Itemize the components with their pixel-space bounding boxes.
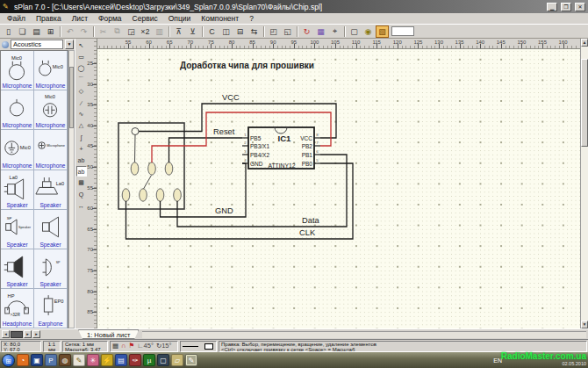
menu-item-3[interactable]: Форма (93, 13, 127, 24)
fill-style-preview[interactable] (204, 343, 213, 350)
tool-ellipse[interactable]: ◯ (76, 63, 87, 74)
vscrollbar-thumb[interactable] (581, 59, 588, 147)
tool-image[interactable]: ▩ (76, 177, 87, 188)
tool-text-box[interactable]: ab (76, 166, 87, 177)
pad[interactable] (156, 189, 164, 201)
close-button[interactable]: ✕ (575, 3, 585, 11)
tool-origin[interactable]: + (76, 143, 87, 154)
lib-nav-thumb[interactable] (11, 331, 23, 338)
rotate-free-button[interactable]: ↻ (300, 25, 313, 38)
align-button[interactable]: ⇆ (247, 25, 261, 38)
mirror-v-button[interactable]: ⊟ (233, 25, 247, 38)
library-scrollbar-thumb[interactable] (69, 67, 74, 128)
taskbar-poweriso[interactable]: P (45, 354, 57, 366)
status-flag-icon[interactable]: ⚑ (128, 343, 134, 349)
menu-item-7[interactable]: ? (244, 13, 259, 24)
tool-zoom[interactable]: Q (76, 189, 87, 199)
lib-cell-ep[interactable]: EP0Earphone (34, 289, 68, 328)
ungroup-button[interactable]: ◱ (281, 25, 294, 38)
lib-cell-mic-cond[interactable]: Mic0Microphone (34, 90, 68, 130)
pad[interactable] (122, 189, 130, 201)
canvas-hscrollbar[interactable] (142, 331, 586, 338)
taskbar-utorrent[interactable]: µ (143, 354, 155, 366)
maximize-button[interactable]: ❒ (561, 3, 571, 11)
group-button[interactable]: ◰ (267, 25, 280, 38)
pad[interactable] (131, 162, 139, 175)
grid-settings-button[interactable]: ▦ (314, 25, 327, 38)
menu-item-4[interactable]: Сервис (127, 13, 163, 24)
rotate-button[interactable]: C (205, 25, 219, 38)
lib-cell-mic-small[interactable]: Mic0Microphone (34, 51, 68, 90)
lib-cell-spk-sp[interactable]: SPSpeakerSpeaker (1, 210, 34, 249)
tool-measure[interactable]: ↔ (76, 200, 87, 211)
copy-button[interactable]: ⧉ (111, 25, 124, 38)
tool-arc[interactable]: ⌒ (76, 75, 87, 85)
delete-button[interactable]: ▥ (153, 25, 166, 38)
menu-item-5[interactable]: Опции (163, 13, 197, 24)
taskbar-winamp[interactable]: ⚡ (101, 354, 113, 366)
menu-item-2[interactable]: Лист (67, 13, 93, 24)
lib-nav-last[interactable]: ▸ (32, 330, 40, 338)
pad[interactable] (140, 189, 147, 201)
tool-polyline[interactable]: ∿ (76, 109, 87, 119)
pad[interactable] (174, 189, 182, 201)
taskbar-app-red[interactable]: ✑ (129, 354, 141, 366)
search-button[interactable]: ⌖ (328, 25, 341, 38)
taskbar-app-blue[interactable]: ▣ (31, 354, 43, 366)
lib-cell-spk-cone[interactable]: Speaker (34, 210, 68, 249)
open-button[interactable]: ❏ (16, 25, 29, 38)
lib-cell-spk-half[interactable]: SPSpeaker (34, 249, 68, 289)
save-button[interactable]: ▤ (30, 25, 43, 38)
lib-cell-mic-basic[interactable]: Mic0Microphone (1, 51, 34, 90)
line-style-preview[interactable] (183, 346, 198, 347)
scroll-up-icon[interactable]: ▲ (581, 39, 588, 47)
duplicate-button[interactable]: ×2 (139, 25, 152, 38)
tool-rectangle[interactable]: ▭ (76, 52, 87, 62)
copy-image-button[interactable]: ◲ (125, 25, 138, 38)
lib-nav-next[interactable]: ▸ (24, 330, 32, 338)
sheet-tab[interactable]: 1: Новый лист (78, 329, 139, 339)
to-front-button[interactable]: ⊼ (172, 25, 185, 38)
start-button[interactable]: ⊞ (2, 354, 15, 367)
canvas-vscrollbar[interactable]: ▲ ▼ (580, 39, 588, 328)
ic-attiny12[interactable]: 1 2 3 4 8 7 6 5 PB5 PB3/X1 PB4/X2 GND VC… (242, 127, 320, 169)
tool-bezier[interactable]: ʃ (76, 132, 87, 142)
lib-cell-hp[interactable]: HP>32RHeadphone (1, 289, 34, 328)
print-button[interactable]: ⊞ (44, 25, 57, 38)
status-snap-magnet-icon[interactable]: ∩ (121, 343, 125, 349)
tool-polygon[interactable]: △ (76, 120, 87, 131)
mirror-h-button[interactable]: ◫ (219, 25, 233, 38)
lib-nav-prev[interactable]: ◂ (2, 330, 10, 338)
new-button[interactable]: ▯ (2, 25, 15, 38)
cut-button[interactable]: ✂ (97, 25, 110, 38)
library-scrollbar[interactable] (68, 50, 75, 328)
taskbar-app-pink[interactable]: ✳ (87, 354, 99, 366)
lib-cell-mic-plain[interactable]: Microphone (1, 90, 34, 130)
status-angle-step-icon[interactable]: ∟45° (137, 343, 154, 349)
menu-item-0[interactable]: Файл (2, 13, 31, 24)
scroll-down-icon[interactable]: ▼ (581, 321, 588, 328)
menu-item-6[interactable]: Компонент (196, 13, 244, 24)
zoom-mode-button[interactable]: ◉ (362, 25, 375, 38)
to-back-button[interactable]: ⊻ (186, 25, 199, 38)
lib-cell-mic-gnd[interactable]: Mic0Microphone (1, 130, 34, 170)
lib-cell-spk-filled[interactable]: Speaker (1, 249, 34, 289)
lib-cell-spk-horn[interactable]: La0Speaker (34, 170, 68, 210)
chevron-down-icon[interactable]: ▼ (65, 40, 74, 49)
redo-button[interactable]: ↷ (77, 25, 90, 38)
taskbar-folder[interactable]: ▱ (171, 354, 183, 366)
tool-line[interactable]: ∕ (76, 97, 87, 108)
pad[interactable] (148, 162, 156, 175)
status-rotate-step-icon[interactable]: ↻15° (156, 343, 172, 349)
sheet-format-button[interactable]: ▢ (348, 25, 361, 38)
library-category-select[interactable]: Acoustics (11, 40, 63, 49)
tool-special-shape[interactable]: ◇ (76, 86, 87, 97)
tray-date[interactable]: 02.05.2010 (562, 360, 586, 368)
wire-reset[interactable] (169, 138, 243, 162)
tool-text[interactable]: ab (76, 155, 87, 165)
taskbar-app-brown[interactable]: ◍ (59, 354, 71, 366)
undo-button[interactable]: ↶ (63, 25, 76, 38)
minimize-button[interactable]: ▁ (547, 3, 557, 11)
pad[interactable] (165, 162, 173, 175)
taskbar-notes[interactable]: ✎ (73, 354, 85, 366)
